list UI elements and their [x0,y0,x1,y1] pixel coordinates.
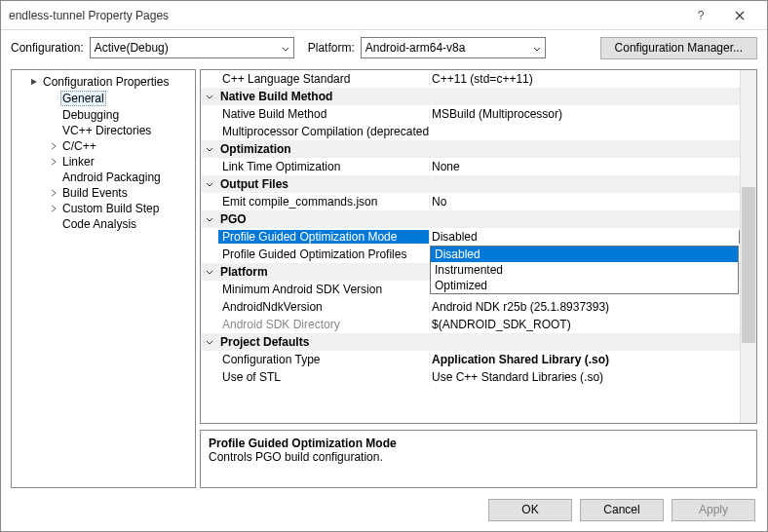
property-value[interactable]: Android NDK r25b (25.1.8937393) [429,300,756,314]
grid-row[interactable]: Native Build MethodMSBuild (Multiprocess… [201,105,756,123]
property-name: Minimum Android SDK Version [218,283,429,296]
dropdown-option[interactable]: Optimized [431,278,738,293]
tree-item[interactable]: Linker [12,154,195,170]
property-name: Output Files [218,177,756,191]
grid-group-header[interactable]: Project Defaults [201,333,756,351]
property-value[interactable]: $(ANDROID_SDK_ROOT) [429,318,756,331]
property-value[interactable]: Use C++ Standard Libraries (.so) [429,370,756,384]
ok-button[interactable]: OK [488,499,572,521]
property-name: AndroidNdkVersion [218,300,429,314]
expand-spacer [49,126,58,135]
window-title: endless-tunnel Property Pages [9,9,681,22]
grid-row[interactable]: C++ Language StandardC++11 (std=c++11) [201,70,756,88]
right-pane: C++ Language StandardC++11 (std=c++11)Na… [200,69,757,488]
tree-item-label: Debugging [62,108,119,122]
property-value[interactable]: None [429,160,756,173]
pgo-mode-dropdown[interactable]: DisabledInstrumentedOptimized [430,246,739,294]
configuration-combo[interactable]: Active(Debug) [90,37,294,58]
property-value[interactable]: Application Shared Library (.so) [429,353,756,366]
tree-item-label: Android Packaging [62,171,161,184]
close-button[interactable] [720,1,759,30]
property-value[interactable]: No [429,195,756,209]
dialog-footer: OK Cancel Apply [1,488,767,531]
collapse-icon[interactable] [201,340,218,345]
property-value[interactable]: MSBuild (Multiprocessor) [429,107,756,121]
grid-group-header[interactable]: Native Build Method [201,88,756,105]
grid-row[interactable]: Use of STLUse C++ Standard Libraries (.s… [201,368,756,386]
tree-item-label: Code Analysis [62,217,136,231]
tree-item[interactable]: VC++ Directories [12,123,195,138]
grid-row[interactable]: Android SDK Directory$(ANDROID_SDK_ROOT) [201,316,756,333]
category-tree[interactable]: Configuration Properties GeneralDebuggin… [11,69,196,488]
tree-item[interactable]: Build Events [12,185,195,201]
grid-group-header[interactable]: PGO [201,210,756,228]
property-value[interactable]: Disabled [429,230,756,244]
expand-icon[interactable] [49,204,58,213]
tree-item[interactable]: Code Analysis [12,216,195,232]
dropdown-option[interactable]: Disabled [431,247,738,262]
grid-group-header[interactable]: Optimization [201,140,756,158]
expand-spacer [49,172,58,182]
property-name: Profile Guided Optimization Mode [218,230,429,244]
tree-item-label: Build Events [62,186,128,200]
grid-row[interactable]: AndroidNdkVersionAndroid NDK r25b (25.1.… [201,298,756,316]
grid-row[interactable]: Multiprocessor Compilation (deprecated) [201,123,756,140]
property-name: Use of STL [218,370,429,384]
platform-label: Platform: [308,41,355,55]
expand-icon[interactable] [49,188,58,198]
apply-button[interactable]: Apply [672,499,755,521]
description-text: Controls PGO build configuration. [209,450,749,464]
tree-root[interactable]: Configuration Properties [12,74,195,90]
property-name: Profile Guided Optimization Profiles [218,247,429,261]
collapse-icon[interactable] [29,77,39,87]
property-name: Native Build Method [218,107,429,121]
expand-icon[interactable] [49,141,58,151]
property-name: Emit compile_commands.json [218,195,429,209]
chevron-down-icon [282,41,289,55]
property-name: Android SDK Directory [218,318,429,331]
expand-spacer [49,94,58,103]
main-area: Configuration Properties GeneralDebuggin… [1,65,767,488]
grid-scrollbar[interactable] [740,70,756,423]
expand-spacer [49,219,58,229]
grid-group-header[interactable]: Output Files [201,175,756,193]
tree-item-label: Linker [62,155,95,169]
grid-row[interactable]: Configuration TypeApplication Shared Lib… [201,351,756,368]
close-icon [735,11,745,20]
scrollbar-thumb[interactable] [742,187,755,343]
tree-item-label: C/C++ [62,139,96,153]
configuration-label: Configuration: [11,41,84,55]
tree-item[interactable]: C/C++ [12,138,195,154]
platform-value: Android-arm64-v8a [365,41,466,55]
tree-item[interactable]: Debugging [12,107,195,123]
property-value[interactable]: C++11 (std=c++11) [429,72,756,86]
tree-item[interactable]: Custom Build Step [12,201,195,216]
collapse-icon[interactable] [201,147,218,152]
expand-icon[interactable] [49,157,58,167]
dropdown-option[interactable]: Instrumented [431,262,738,278]
collapse-icon[interactable] [201,270,218,275]
help-button[interactable]: ? [681,1,720,30]
property-name: Configuration Type [218,353,429,366]
description-title: Profile Guided Optimization Mode [209,437,749,450]
tree-item[interactable]: General [12,90,195,107]
collapse-icon[interactable] [201,95,218,99]
property-pages-dialog: endless-tunnel Property Pages ? Configur… [0,0,768,532]
grid-row[interactable]: Profile Guided Optimization ModeDisabled [201,228,756,246]
property-name: PGO [218,212,756,226]
tree-item-label: VC++ Directories [62,124,151,137]
configuration-bar: Configuration: Active(Debug) Platform: A… [1,30,767,65]
grid-row[interactable]: Emit compile_commands.jsonNo [201,193,756,210]
collapse-icon[interactable] [201,217,218,222]
cancel-button[interactable]: Cancel [580,499,664,521]
configuration-manager-button[interactable]: Configuration Manager... [600,37,757,59]
platform-combo[interactable]: Android-arm64-v8a [361,37,546,58]
grid-row[interactable]: Link Time OptimizationNone [201,158,756,175]
expand-spacer [49,110,58,120]
collapse-icon[interactable] [201,182,218,187]
property-grid: C++ Language StandardC++11 (std=c++11)Na… [200,69,757,424]
tree-item-label: General [60,91,106,106]
titlebar: endless-tunnel Property Pages ? [1,1,767,30]
chevron-down-icon [533,41,541,55]
tree-item[interactable]: Android Packaging [12,170,195,185]
